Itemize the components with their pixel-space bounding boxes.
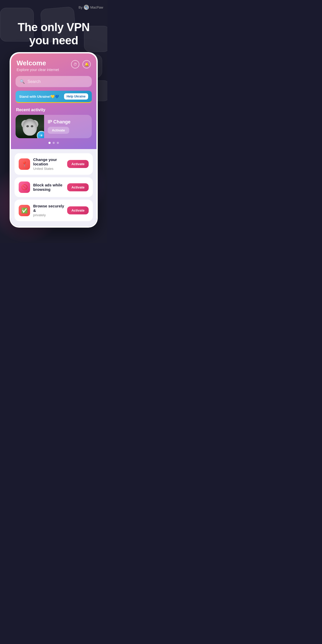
hero-title: The only VPN you need (5, 21, 102, 47)
mask-face (23, 119, 37, 136)
search-icon: 🔍 (20, 79, 25, 84)
help-ukraine-button[interactable]: Help Ukraine (64, 93, 88, 100)
welcome-title: Welcome (17, 59, 59, 67)
location-title: Change your location (33, 157, 64, 166)
feature-card-location: 📍 Change your location United States Act… (15, 153, 93, 175)
activity-activate-button[interactable]: Activate (48, 127, 69, 134)
bell-icon[interactable]: 🔔 (82, 60, 91, 68)
activity-info: IP Change Activate (44, 116, 92, 137)
ukraine-text: Stand with Ukraine!💛💙 (19, 95, 59, 99)
background: By 🐾 MacPaw The only VPN you need Welcom… (0, 0, 107, 243)
location-activate-button[interactable]: Activate (67, 160, 89, 168)
eye-badge-icon: 👁 (37, 131, 44, 138)
secure-title: Browse securely & (33, 204, 64, 213)
secure-activate-button[interactable]: Activate (67, 206, 89, 214)
mask-eye-left (26, 125, 29, 127)
phone-mockup: Welcome Explore your clear internet ⏱ 🔔 … (10, 52, 98, 228)
secure-subtitle: privately (33, 213, 64, 217)
phone-screen: Welcome Explore your clear internet ⏱ 🔔 … (11, 53, 96, 226)
location-text: Change your location United States (33, 157, 64, 171)
dot-1[interactable] (48, 142, 51, 144)
search-placeholder-text: Search (27, 79, 41, 84)
header-icons: ⏱ 🔔 (71, 60, 91, 68)
welcome-subtitle: Explore your clear internet (17, 68, 59, 72)
ads-text: Block ads while browsing (33, 183, 64, 192)
ukraine-banner[interactable]: Stand with Ukraine!💛💙 Help Ukraine (16, 91, 92, 103)
search-bar[interactable]: 🔍 Search (16, 76, 92, 87)
location-subtitle: United States (33, 167, 64, 171)
carousel-dots (11, 138, 96, 149)
phone-header: Welcome Explore your clear internet ⏱ 🔔 (11, 53, 96, 75)
ads-activate-button[interactable]: Activate (67, 183, 89, 191)
dot-2[interactable] (53, 142, 55, 144)
activity-thumbnail: 👁 (16, 115, 44, 138)
feature-card-secure: ✅ Browse securely & privately Activate (15, 200, 93, 221)
dot-3[interactable] (57, 142, 59, 144)
feature-card-ads: 🚫 Block ads while browsing Activate (15, 177, 93, 197)
location-icon: 📍 (19, 158, 30, 170)
header-text: Welcome Explore your clear internet (17, 59, 59, 72)
activity-title: IP Change (48, 119, 88, 125)
recent-activity-label: Recent activity (11, 107, 96, 115)
secure-text: Browse securely & privately (33, 204, 64, 217)
activity-card: 👁 IP Change Activate (16, 115, 92, 138)
ads-block-icon: 🚫 (19, 181, 30, 193)
ads-title: Block ads while browsing (33, 183, 64, 192)
mask-eye-right (31, 125, 33, 127)
features-section: 📍 Change your location United States Act… (11, 149, 96, 226)
secure-icon: ✅ (19, 205, 30, 216)
speed-icon[interactable]: ⏱ (71, 60, 79, 68)
below-phone-spacer (0, 228, 107, 243)
hero-section: The only VPN you need (0, 0, 107, 52)
